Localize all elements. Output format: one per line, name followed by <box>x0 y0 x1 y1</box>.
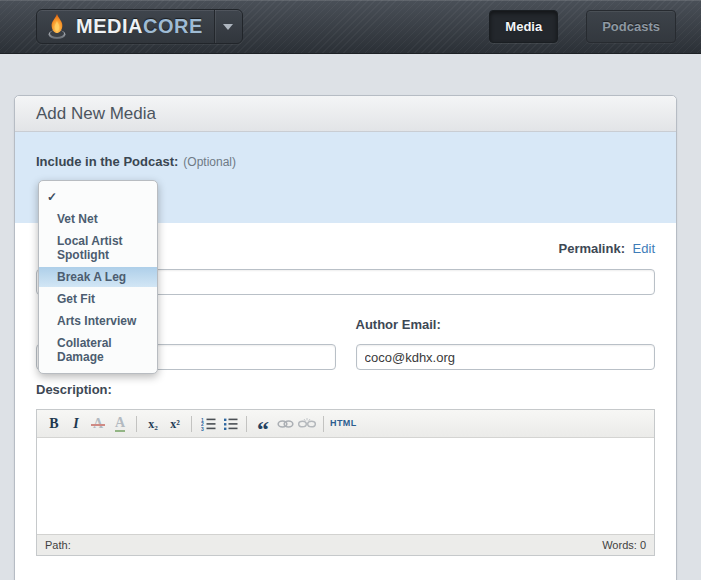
brand-logo[interactable]: MEDIACORE <box>36 9 243 44</box>
blockquote-button[interactable]: “ <box>253 414 273 434</box>
description-editor: B I A A x₂ x² 1 2 3 <box>36 409 655 556</box>
words-label: Words: <box>602 539 637 551</box>
superscript-icon: x² <box>170 418 180 430</box>
dropdown-option[interactable]: Get Fit <box>39 289 157 309</box>
dropdown-option[interactable]: Vet Net <box>39 209 157 229</box>
nav-podcasts-button[interactable]: Podcasts <box>586 10 676 43</box>
top-navbar: MEDIACORE Media Podcasts <box>0 0 701 54</box>
author-email-label: Author Email: <box>356 317 656 332</box>
toolbar-separator <box>136 416 137 432</box>
dropdown-option-highlighted[interactable]: Break A Leg <box>39 267 157 287</box>
brand-name-media: MEDIA <box>76 15 143 37</box>
underline-button[interactable]: A <box>110 414 130 434</box>
editor-statusbar: Path: Words: 0 <box>37 534 654 555</box>
editor-path-label: Path: <box>45 539 71 551</box>
main-nav: Media Podcasts <box>489 10 676 43</box>
ordered-list-icon: 1 2 3 <box>201 417 216 431</box>
editor-content[interactable] <box>37 438 654 534</box>
editor-toolbar: B I A A x₂ x² 1 2 3 <box>37 410 654 438</box>
italic-button[interactable]: I <box>66 414 86 434</box>
check-icon: ✓ <box>47 190 57 204</box>
author-email-input[interactable] <box>356 344 656 370</box>
permalink-label: Permalink: <box>558 241 624 256</box>
unordered-list-icon <box>223 417 238 431</box>
dropdown-option[interactable]: Local Artist Spotlight <box>39 231 157 265</box>
link-icon <box>277 419 294 429</box>
strikethrough-icon: A <box>93 417 103 431</box>
page-title: Add New Media <box>36 104 156 124</box>
podcast-optional-hint: (Optional) <box>183 155 236 169</box>
toolbar-separator <box>246 416 247 432</box>
superscript-button[interactable]: x² <box>165 414 185 434</box>
flame-icon <box>45 13 69 40</box>
toolbar-separator <box>323 416 324 432</box>
subscript-button[interactable]: x₂ <box>143 414 163 434</box>
brand-menu-button[interactable] <box>215 10 242 43</box>
html-icon: HTML <box>330 419 357 428</box>
nav-media-button[interactable]: Media <box>489 10 558 43</box>
link-button[interactable] <box>275 414 295 434</box>
italic-icon: I <box>73 417 78 431</box>
panel-header: Add New Media <box>15 96 676 132</box>
svg-text:3: 3 <box>201 425 204 430</box>
bold-button[interactable]: B <box>44 414 64 434</box>
unordered-list-button[interactable] <box>220 414 240 434</box>
brand-name-core: CORE <box>143 15 203 37</box>
brand-name: MEDIACORE <box>76 15 203 38</box>
underline-icon: A <box>115 416 125 432</box>
dropdown-option[interactable]: Arts Interview <box>39 311 157 331</box>
dropdown-option[interactable]: Collateral Damage <box>39 333 157 367</box>
permalink-edit-link[interactable]: Edit <box>633 241 655 256</box>
unlink-icon <box>298 417 316 430</box>
podcast-dropdown: ✓ Vet Net Local Artist Spotlight Break A… <box>38 180 158 374</box>
bold-icon: B <box>49 417 58 431</box>
word-count: Words: 0 <box>602 539 646 551</box>
author-email-col: Author Email: <box>356 317 656 370</box>
dropdown-option-none[interactable]: ✓ <box>39 187 157 207</box>
podcast-label: Include in the Podcast: <box>36 154 178 169</box>
chevron-down-icon <box>223 24 233 30</box>
description-label: Description: <box>36 382 655 397</box>
strikethrough-button[interactable]: A <box>88 414 108 434</box>
subscript-icon: x₂ <box>148 418 158 430</box>
html-source-button[interactable]: HTML <box>330 414 357 434</box>
words-value: 0 <box>640 539 646 551</box>
toolbar-separator <box>191 416 192 432</box>
main-content: Add New Media Include in the Podcast:(Op… <box>0 95 701 580</box>
ordered-list-button[interactable]: 1 2 3 <box>198 414 218 434</box>
unlink-button[interactable] <box>297 414 317 434</box>
